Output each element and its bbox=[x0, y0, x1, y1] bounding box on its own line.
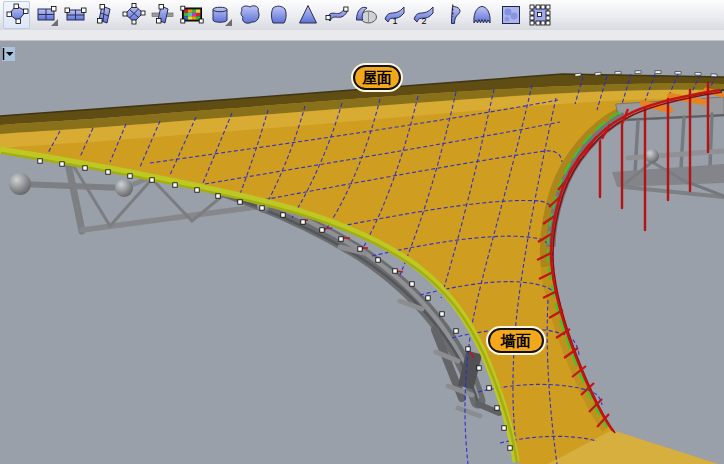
heightfield-icon bbox=[499, 3, 523, 27]
button-sweep-2-rails[interactable]: 2 bbox=[411, 2, 436, 28]
button-surface-from-corner-points[interactable] bbox=[3, 1, 30, 29]
surface-from-point-grid-icon bbox=[528, 3, 552, 27]
button-revolve[interactable] bbox=[440, 2, 465, 28]
sweep-1-glyph: 1 bbox=[392, 16, 397, 26]
rectangular-plane-icon bbox=[35, 3, 59, 27]
patch-icon bbox=[470, 3, 494, 27]
viewport-canvas[interactable]: 屋面 墙面 bbox=[0, 0, 724, 464]
roof-label[interactable]: 屋面 bbox=[353, 65, 402, 91]
button-patch[interactable] bbox=[469, 2, 494, 28]
button-loft[interactable] bbox=[237, 2, 262, 28]
button-rail-revolve[interactable] bbox=[324, 2, 349, 28]
picture-frame-icon bbox=[180, 3, 204, 27]
button-cutting-plane[interactable] bbox=[150, 2, 175, 28]
button-extrude-to-point[interactable] bbox=[295, 2, 320, 28]
surface-from-edge-curves-icon bbox=[267, 3, 291, 27]
extrude-curve-icon bbox=[209, 3, 233, 27]
button-sweep-1-rail[interactable]: 1 bbox=[382, 2, 407, 28]
extrude-to-point-icon bbox=[296, 3, 320, 27]
button-drape[interactable] bbox=[353, 2, 378, 28]
button-rectangular-plane[interactable] bbox=[34, 2, 59, 28]
button-picture-frame[interactable] bbox=[179, 2, 204, 28]
button-plane-3-points[interactable] bbox=[63, 2, 88, 28]
plane-3-points-icon bbox=[64, 3, 88, 27]
wall-label-text: 墙面 bbox=[500, 332, 531, 350]
button-plane-through-points[interactable] bbox=[121, 2, 146, 28]
vertical-plane-icon bbox=[93, 3, 117, 27]
rail-revolve-icon bbox=[325, 3, 349, 27]
button-heightfield[interactable] bbox=[498, 2, 523, 28]
sweep-2-glyph: 2 bbox=[421, 16, 426, 26]
drape-icon bbox=[354, 3, 378, 27]
toolbar-dock-strip bbox=[0, 30, 724, 41]
button-vertical-plane[interactable] bbox=[92, 2, 117, 28]
roof-label-text: 屋面 bbox=[361, 69, 392, 87]
ball-joint bbox=[9, 173, 31, 195]
button-surface-from-point-grid[interactable] bbox=[527, 2, 552, 28]
button-surface-from-edge-curves[interactable] bbox=[266, 2, 291, 28]
loft-icon bbox=[238, 3, 262, 27]
ball-joint bbox=[645, 149, 659, 163]
revolve-icon bbox=[441, 3, 465, 27]
sweep-1-rail-icon: 1 bbox=[383, 3, 407, 27]
plane-through-points-icon bbox=[122, 3, 146, 27]
cutting-plane-icon bbox=[151, 3, 175, 27]
ball-joint bbox=[115, 179, 133, 197]
wall-label[interactable]: 墙面 bbox=[488, 328, 545, 354]
surface-from-corner-points-icon bbox=[5, 3, 29, 27]
surface-toolbar: 1 2 bbox=[0, 0, 724, 30]
viewport-dropdown[interactable] bbox=[2, 47, 15, 61]
chevron-down-icon bbox=[2, 47, 15, 61]
sweep-2-rails-icon: 2 bbox=[412, 3, 436, 27]
button-extrude-curve[interactable] bbox=[208, 2, 233, 28]
